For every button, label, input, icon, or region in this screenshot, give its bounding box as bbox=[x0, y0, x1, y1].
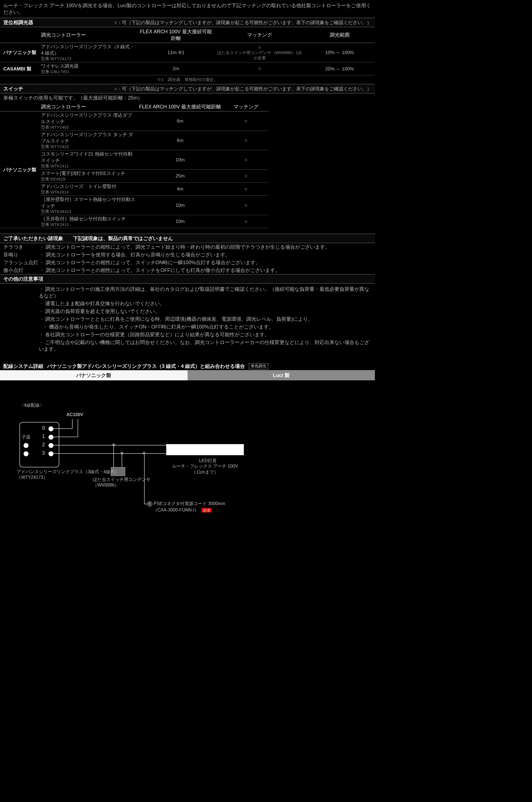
dimmer-table: 調光コントローラー FLEX ARCH 100V 最大接続可能距離 マッチング … bbox=[0, 27, 375, 75]
bullet: 各社調光コントローラーの仕様変更（回路部品変更など）により結果が異なる可能性がご… bbox=[39, 331, 372, 338]
pse-label: 5 PSEコネクタ付電源コード 3000mm bbox=[147, 501, 225, 507]
dimmer-footnote: ※1 調光器 単独取付の場合。 bbox=[0, 75, 375, 84]
controller-model-label: （WTY24173） bbox=[17, 474, 48, 481]
ac-label: AC100V bbox=[66, 412, 83, 417]
match-cell: ○ bbox=[223, 150, 269, 170]
controller-model: 型番:WTK1411 bbox=[41, 164, 135, 169]
wiring-title-b: パナソニック製アドバンスシリーズリンクプラス（3 線式・4 線式）と組み合わせる… bbox=[47, 363, 245, 370]
match-cell: ○ bbox=[223, 196, 269, 215]
distance-cell: 10m bbox=[137, 150, 223, 170]
section-dimmer-title: 逆位相調光器 bbox=[3, 19, 33, 26]
phenomena-title: ご了承いただきたい諸現象 下記諸現象は、製品の異常ではございません bbox=[3, 235, 173, 242]
wire-line bbox=[53, 436, 78, 437]
table-row: パナソニック製 アドバンスシリーズリンクプラス（3 線式・4 線式） 型番:WT… bbox=[0, 43, 375, 62]
col-distance: FLEX ARCH 100V 最大接続可能距離 bbox=[137, 27, 215, 43]
bullet: 機器から音鳴りが発生したり、スイッチON・OFF時に灯具が一瞬100%点灯するこ… bbox=[43, 323, 372, 331]
other-notes-header: その他の注意事項 bbox=[0, 274, 375, 284]
wiring-tag: 単色調光 bbox=[249, 363, 268, 369]
panasonic-header: パナソニック製 bbox=[0, 370, 188, 380]
maker-cell: パナソニック製 bbox=[0, 111, 39, 228]
section-dimmer-note: ○：可（下記の製品はマッチングしていますが、諸現象が起こる可能性がございます。表… bbox=[114, 19, 372, 26]
terminal-num: 0 bbox=[42, 425, 45, 431]
bullet: ご不明な点や記載のない機種に関してはお問合せください。なお、調光コントローラーメ… bbox=[39, 338, 372, 353]
controller-model: 型番:WTY2402 bbox=[41, 125, 135, 130]
controller-model: 型番:WTY24173 bbox=[41, 56, 135, 61]
junction-node-icon bbox=[143, 452, 146, 455]
other-notes-list: 調光コントローラーの施工使用方法の詳細は、各社のカタログおよび取扱説明書でご確認… bbox=[0, 284, 375, 359]
distance-cell: 11m ※1 bbox=[137, 43, 215, 62]
phen-text: 調光コントローラーとの相性によって、スイッチをOFFにしても灯具が微小点灯する場… bbox=[39, 267, 280, 274]
terminal-num: 1 bbox=[42, 433, 45, 440]
controller-model: 型番:WTK2411 bbox=[41, 222, 135, 227]
distance-cell: 10m bbox=[137, 196, 223, 215]
section-dimmer-header: 逆位相調光器 ○：可（下記の製品はマッチングしていますが、諸現象が起こる可能性が… bbox=[0, 18, 375, 27]
controller-name: アドバンスシリーズリンクプラス（3 線式・4 線式） bbox=[41, 43, 135, 56]
table-row: スマート[電子]消灯タイマ付EEスイッチ型番:EE4518 25m ○ bbox=[0, 170, 269, 183]
controller-name: アドバンスシリーズリンクプラス 埋込ダブルスイッチ bbox=[41, 112, 135, 125]
badge-number-icon: 5 bbox=[147, 501, 152, 507]
wire-line bbox=[53, 445, 114, 446]
col-distance: FLEX ARCH 100V 最大接続可能距離 bbox=[137, 102, 223, 111]
wire-line bbox=[122, 454, 122, 468]
distance-cell: 6m bbox=[137, 131, 223, 150]
controller-name: アドバンスシリーズ トイレ壁取付 bbox=[41, 183, 135, 190]
col-matching: マッチング bbox=[223, 102, 269, 111]
wiring-split-header: パナソニック製 Luci 製 bbox=[0, 370, 375, 380]
match-cell: ○ bbox=[223, 215, 269, 228]
range-cell: 20% ～ 100% bbox=[304, 62, 375, 75]
controller-name: ［屋外壁取付］スマート熱線センサ付自動スイッチ bbox=[41, 196, 135, 209]
led-title-label: LED灯具 bbox=[194, 458, 222, 464]
col-range: 調光範囲 bbox=[304, 27, 375, 43]
wire-type-label: 〈4線配線〉 bbox=[19, 403, 44, 408]
terminal-dot-icon bbox=[49, 451, 54, 456]
phen-label: 音鳴り bbox=[3, 251, 39, 258]
phen-text: 調光コントローラーを使用する場合、灯具から音鳴りが生じる場合がございます。 bbox=[39, 251, 230, 258]
condenser-name-label: ほたるスイッチ用コンデンサ bbox=[93, 477, 150, 483]
col-controller: 調光コントローラー bbox=[39, 102, 137, 111]
bullet: 調光コントローラーの施工使用方法の詳細は、各社のカタログおよび取扱説明書でご確認… bbox=[39, 285, 372, 300]
terminal-num: 2 bbox=[42, 442, 45, 448]
distance-cell: 2m bbox=[137, 62, 215, 75]
wire-line bbox=[144, 504, 147, 504]
wire-line bbox=[114, 445, 166, 446]
pse-model: （CAA-3000-FUNN-I） bbox=[153, 508, 199, 512]
wire-line bbox=[72, 419, 73, 429]
match-cell: ○ bbox=[217, 45, 303, 50]
other-notes-title: その他の注意事項 bbox=[3, 276, 43, 282]
bullet: 通電したまま配線や灯具交換を行わないでください。 bbox=[39, 300, 372, 307]
wire-line bbox=[113, 446, 114, 468]
phenomena-list: チラつき調光コントローラーとの相性によって、調光フェード始まり時・終わり時の最初… bbox=[0, 243, 375, 274]
controller-name: コスモシリーズワイド21 熱線センサ付自動スイッチ bbox=[41, 151, 135, 164]
bullet: 調光器の負荷容量を超えて使用しないでください。 bbox=[39, 307, 372, 315]
section-switch-header: スイッチ ○：可（下記の製品はマッチングしていますが、諸現象が起こる可能性がござ… bbox=[0, 84, 375, 93]
controller-name: ［天井取付］熱線センサ付自動スイッチ bbox=[41, 216, 135, 222]
table-row: アドバンスシリーズリンクプラス タッチ ダブルスイッチ型番:WTY2422 6m… bbox=[0, 131, 269, 150]
match-note: ほたるスイッチ用コンデンサ（WN9986）1台が必要 bbox=[217, 50, 303, 61]
luci-header: Luci 製 bbox=[188, 370, 375, 380]
phen-label: チラつき bbox=[3, 244, 39, 250]
condenser-model-label: （WN9986） bbox=[93, 482, 119, 488]
distance-cell: 4m bbox=[137, 183, 223, 196]
distance-cell: 6m bbox=[137, 111, 223, 131]
match-cell: ○ bbox=[223, 131, 269, 150]
wiring-title-a: 配線システム詳細 bbox=[3, 363, 43, 370]
controller-name-label: アドバンスシリーズリンクプラス（3線式・4線式） bbox=[17, 469, 119, 475]
table-row: CASAMBI 製 ワイヤレス調光器 型番:CBU-TED 2m ○ 20% ～… bbox=[0, 62, 375, 75]
controller-name: アドバンスシリーズリンクプラス タッチ ダブルスイッチ bbox=[41, 131, 135, 144]
terminal-dot-icon bbox=[49, 443, 54, 448]
wire-line bbox=[53, 428, 73, 429]
col-controller: 調光コントローラー bbox=[39, 27, 137, 43]
section-switch-title: スイッチ bbox=[3, 86, 23, 92]
wiring-header: 配線システム詳細 パナソニック製アドバンスシリーズリンクプラス（3 線式・4 線… bbox=[0, 359, 375, 370]
terminal-dot-icon bbox=[49, 435, 54, 440]
distance-cell: 25m bbox=[137, 170, 223, 183]
bullet: 調光コントローラーとともに灯具をご使用になる時、周辺環境(機器の個体差、電源環境… bbox=[39, 315, 372, 323]
phenomena-header: ご了承いただきたい諸現象 下記諸現象は、製品の異常ではございません bbox=[0, 234, 375, 243]
required-badge: 必須 bbox=[201, 508, 212, 512]
table-row: アドバンスシリーズ トイレ壁取付型番:WTA1614 4m ○ bbox=[0, 183, 269, 196]
switch-table: 調光コントローラー FLEX ARCH 100V 最大接続可能距離 マッチング … bbox=[0, 102, 269, 228]
phen-text: 調光コントローラーとの相性によって、スイッチON時に一瞬100%点灯する場合がご… bbox=[39, 259, 261, 266]
match-cell: ○ bbox=[223, 111, 269, 131]
table-row: コスモシリーズワイド21 熱線センサ付自動スイッチ型番:WTK1411 10m … bbox=[0, 150, 269, 170]
table-row: ［天井取付］熱線センサ付自動スイッチ型番:WTK2411 10m ○ bbox=[0, 215, 269, 228]
